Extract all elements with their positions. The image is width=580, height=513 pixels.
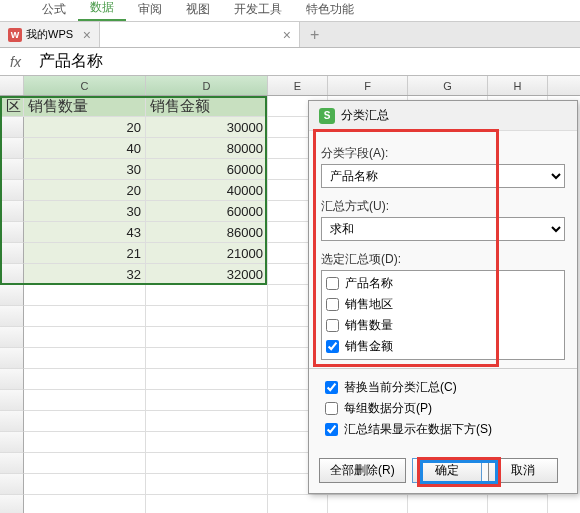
cell[interactable] xyxy=(24,285,146,306)
cell[interactable] xyxy=(488,495,548,513)
col-header-g[interactable]: G xyxy=(408,76,488,95)
ribbon-tab-formula[interactable]: 公式 xyxy=(30,0,78,21)
cell[interactable] xyxy=(268,495,328,513)
doc-tab-current[interactable]: × xyxy=(100,22,300,47)
cell[interactable] xyxy=(146,306,268,327)
cell[interactable]: 60000 xyxy=(146,159,268,180)
checklist-item[interactable]: 销售地区 xyxy=(322,294,564,315)
close-icon[interactable]: × xyxy=(283,27,291,43)
option-label: 汇总结果显示在数据下方(S) xyxy=(344,421,492,438)
checklist-label: 销售地区 xyxy=(345,296,393,313)
option-item[interactable]: 每组数据分页(P) xyxy=(321,398,565,419)
option-item[interactable]: 汇总结果显示在数据下方(S) xyxy=(321,419,565,440)
ribbon-tabs: 公式 数据 审阅 视图 开发工具 特色功能 xyxy=(0,0,580,22)
cell[interactable] xyxy=(408,495,488,513)
checkbox[interactable] xyxy=(325,402,338,415)
checklist-item[interactable]: 销售数量 xyxy=(322,315,564,336)
cell[interactable] xyxy=(24,495,146,513)
header-cell[interactable]: 区 xyxy=(0,96,24,117)
cell[interactable] xyxy=(146,453,268,474)
cell[interactable]: 86000 xyxy=(146,222,268,243)
header-cell[interactable]: 销售金额 xyxy=(146,96,268,117)
cell[interactable] xyxy=(24,306,146,327)
ribbon-tab-data[interactable]: 数据 xyxy=(78,0,126,21)
dialog-title: 分类汇总 xyxy=(341,107,389,124)
checkbox[interactable] xyxy=(325,423,338,436)
col-header-d[interactable]: D xyxy=(146,76,268,95)
cell[interactable]: 21 xyxy=(24,243,146,264)
fx-icon[interactable]: fx xyxy=(0,54,31,70)
column-headers: C D E F G H xyxy=(0,76,580,96)
formula-bar: fx xyxy=(0,48,580,76)
cell[interactable]: 40000 xyxy=(146,180,268,201)
cell[interactable]: 32000 xyxy=(146,264,268,285)
cell[interactable] xyxy=(146,285,268,306)
col-header-h[interactable]: H xyxy=(488,76,548,95)
cell[interactable]: 32 xyxy=(24,264,146,285)
cell[interactable] xyxy=(24,453,146,474)
cell[interactable] xyxy=(328,495,408,513)
option-item[interactable]: 替换当前分类汇总(C) xyxy=(321,377,565,398)
subtotal-dialog: S 分类汇总 分类字段(A): 产品名称 汇总方式(U): 求和 选定汇总项(D… xyxy=(308,100,578,494)
checklist-label: 产品名称 xyxy=(345,275,393,292)
cell[interactable] xyxy=(146,327,268,348)
cell[interactable]: 80000 xyxy=(146,138,268,159)
checklist-item[interactable]: 销售金额 xyxy=(322,336,564,357)
delete-all-button[interactable]: 全部删除(R) xyxy=(319,458,406,483)
cell[interactable]: 30 xyxy=(24,201,146,222)
dialog-titlebar: S 分类汇总 xyxy=(309,101,577,131)
checkbox[interactable] xyxy=(326,340,339,353)
cell[interactable] xyxy=(24,369,146,390)
cell[interactable] xyxy=(146,432,268,453)
cell[interactable]: 20 xyxy=(24,180,146,201)
cell[interactable] xyxy=(24,390,146,411)
cell[interactable]: 40 xyxy=(24,138,146,159)
checklist-item[interactable]: 产品名称 xyxy=(322,273,564,294)
wps-logo-icon: W xyxy=(8,28,22,42)
cell[interactable] xyxy=(146,369,268,390)
checkbox[interactable] xyxy=(326,298,339,311)
cell[interactable] xyxy=(24,432,146,453)
col-header-e[interactable]: E xyxy=(268,76,328,95)
checkbox[interactable] xyxy=(326,277,339,290)
col-header-f[interactable]: F xyxy=(328,76,408,95)
group-field-label: 分类字段(A): xyxy=(321,145,565,162)
cell[interactable] xyxy=(24,411,146,432)
cell[interactable] xyxy=(146,411,268,432)
corner-cell[interactable] xyxy=(0,76,24,95)
cell[interactable]: 30 xyxy=(24,159,146,180)
summary-fn-label: 汇总方式(U): xyxy=(321,198,565,215)
ribbon-tab-view[interactable]: 视图 xyxy=(174,0,222,21)
dialog-icon: S xyxy=(319,108,335,124)
header-cell[interactable]: 销售数量 xyxy=(24,96,146,117)
cell[interactable]: 43 xyxy=(24,222,146,243)
cell[interactable]: 20 xyxy=(24,117,146,138)
ribbon-tab-special[interactable]: 特色功能 xyxy=(294,0,366,21)
summary-fn-combo[interactable]: 求和 xyxy=(321,217,565,241)
selected-items-list: 产品名称销售地区销售数量销售金额 xyxy=(321,270,565,360)
ribbon-tab-review[interactable]: 审阅 xyxy=(126,0,174,21)
cell[interactable] xyxy=(24,348,146,369)
selected-items-label: 选定汇总项(D): xyxy=(321,251,565,268)
doc-tab-label: 我的WPS xyxy=(26,27,73,42)
cell[interactable] xyxy=(146,474,268,495)
close-icon[interactable]: × xyxy=(83,27,91,43)
ribbon-tab-dev[interactable]: 开发工具 xyxy=(222,0,294,21)
cell[interactable] xyxy=(146,348,268,369)
col-header-c[interactable]: C xyxy=(24,76,146,95)
cell[interactable] xyxy=(24,474,146,495)
add-tab-button[interactable]: + xyxy=(300,22,329,47)
checkbox[interactable] xyxy=(326,319,339,332)
cell[interactable]: 30000 xyxy=(146,117,268,138)
cancel-button[interactable]: 取消 xyxy=(488,458,558,483)
formula-input[interactable] xyxy=(31,49,580,75)
checkbox[interactable] xyxy=(325,381,338,394)
cell[interactable] xyxy=(24,327,146,348)
cell[interactable]: 60000 xyxy=(146,201,268,222)
cell[interactable] xyxy=(146,495,268,513)
ok-button[interactable]: 确定 xyxy=(412,458,482,483)
group-field-combo[interactable]: 产品名称 xyxy=(321,164,565,188)
cell[interactable]: 21000 xyxy=(146,243,268,264)
doc-tab-mywps[interactable]: W 我的WPS × xyxy=(0,22,100,47)
cell[interactable] xyxy=(146,390,268,411)
